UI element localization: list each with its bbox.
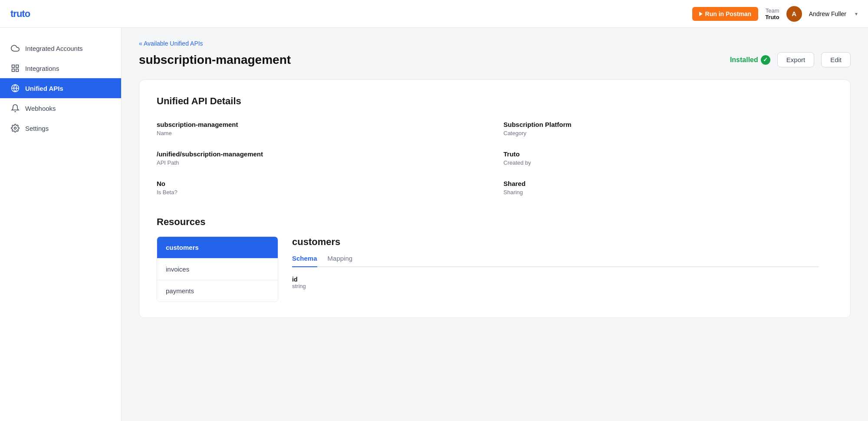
sidebar-item-label: Integrations xyxy=(25,65,59,72)
resources-title: Resources xyxy=(157,216,833,228)
detail-value: /unified/subscription-management xyxy=(157,150,486,158)
avatar: A xyxy=(786,6,802,22)
detail-name: subscription-management Name xyxy=(157,121,486,136)
check-icon: ✓ xyxy=(761,55,770,65)
detail-label: Name xyxy=(157,130,486,136)
sidebar-item-integrated-accounts[interactable]: Integrated Accounts xyxy=(0,38,121,58)
edit-button[interactable]: Edit xyxy=(821,52,851,67)
resource-label: invoices xyxy=(166,265,189,273)
detail-value: Truto xyxy=(503,150,833,158)
main-content: « Available Unified APIs subscription-ma… xyxy=(122,28,868,421)
run-in-postman-button[interactable]: Run in Postman xyxy=(692,7,759,21)
sidebar-item-settings[interactable]: Settings xyxy=(0,118,121,138)
resources-list: customers invoices payments xyxy=(157,236,278,302)
details-grid: subscription-management Name Subscriptio… xyxy=(157,121,833,196)
svg-rect-2 xyxy=(12,69,15,72)
sidebar-item-label: Integrated Accounts xyxy=(25,45,83,52)
resource-detail-panel: customers Schema Mapping id string xyxy=(278,236,833,302)
run-postman-label: Run in Postman xyxy=(705,10,752,17)
card-title: Unified API Details xyxy=(157,96,833,107)
svg-rect-1 xyxy=(16,65,19,68)
resource-item-invoices[interactable]: invoices xyxy=(157,259,278,280)
tab-schema[interactable]: Schema xyxy=(292,255,317,267)
resource-item-payments[interactable]: payments xyxy=(157,280,278,302)
header-right: Run in Postman Team Truto A Andrew Fulle… xyxy=(692,6,858,22)
detail-value: Subscription Platform xyxy=(503,121,833,128)
export-button[interactable]: Export xyxy=(777,52,814,67)
detail-value: subscription-management xyxy=(157,121,486,128)
schema-field-id: id string xyxy=(292,276,819,289)
resource-label: payments xyxy=(166,287,194,295)
sidebar-item-label: Unified APIs xyxy=(25,85,63,92)
page-actions: Installed ✓ Export Edit xyxy=(730,52,851,67)
detail-value: No xyxy=(157,180,486,187)
field-name: id xyxy=(292,276,819,283)
user-name: Andrew Fuller xyxy=(809,10,846,17)
svg-rect-3 xyxy=(16,69,19,72)
resource-item-customers[interactable]: customers xyxy=(157,237,278,259)
detail-is-beta: No Is Beta? xyxy=(157,180,486,196)
field-type: string xyxy=(292,283,819,289)
globe-icon xyxy=(10,83,20,93)
resources-layout: customers invoices payments customers Sc… xyxy=(157,236,833,302)
play-icon xyxy=(699,12,703,16)
page-title: subscription-management xyxy=(139,53,291,67)
resource-label: customers xyxy=(166,244,199,251)
installed-badge: Installed ✓ xyxy=(730,55,770,65)
detail-sharing: Shared Sharing xyxy=(503,180,833,196)
team-text: Team xyxy=(766,7,779,14)
detail-value: Shared xyxy=(503,180,833,187)
detail-category: Subscription Platform Category xyxy=(503,121,833,136)
detail-label: Category xyxy=(503,130,833,136)
header: truto Run in Postman Team Truto A Andrew… xyxy=(0,0,868,28)
unified-api-card: Unified API Details subscription-managem… xyxy=(139,80,851,318)
svg-point-6 xyxy=(14,127,16,129)
detail-tabs: Schema Mapping xyxy=(292,255,819,267)
tab-mapping[interactable]: Mapping xyxy=(328,255,353,267)
sidebar-item-integrations[interactable]: Integrations xyxy=(0,58,121,78)
grid-icon xyxy=(10,63,20,73)
layout: Integrated Accounts Integrations Unifie xyxy=(0,28,868,421)
team-label: Team Truto xyxy=(765,7,779,20)
detail-label: Sharing xyxy=(503,189,833,196)
sidebar-item-label: Webhooks xyxy=(25,105,56,112)
cloud-icon xyxy=(10,43,20,53)
detail-label: Created by xyxy=(503,159,833,166)
team-name: Truto xyxy=(765,14,779,20)
sidebar-item-webhooks[interactable]: Webhooks xyxy=(0,98,121,118)
detail-api-path: /unified/subscription-management API Pat… xyxy=(157,150,486,166)
sidebar: Integrated Accounts Integrations Unifie xyxy=(0,28,122,421)
sidebar-item-label: Settings xyxy=(25,125,49,132)
svg-rect-0 xyxy=(12,65,15,68)
detail-label: API Path xyxy=(157,159,486,166)
sidebar-item-unified-apis[interactable]: Unified APIs xyxy=(0,78,121,98)
user-initial: A xyxy=(792,10,796,17)
logo: truto xyxy=(10,8,30,20)
detail-label: Is Beta? xyxy=(157,189,486,196)
detail-created-by: Truto Created by xyxy=(503,150,833,166)
logo-text: truto xyxy=(10,8,30,19)
breadcrumb[interactable]: « Available Unified APIs xyxy=(139,40,851,47)
chevron-down-icon[interactable]: ▾ xyxy=(855,11,858,17)
resource-detail-title: customers xyxy=(292,236,819,248)
page-header: subscription-management Installed ✓ Expo… xyxy=(139,52,851,67)
bell-icon xyxy=(10,103,20,113)
gear-icon xyxy=(10,123,20,133)
status-label: Installed xyxy=(730,56,758,64)
